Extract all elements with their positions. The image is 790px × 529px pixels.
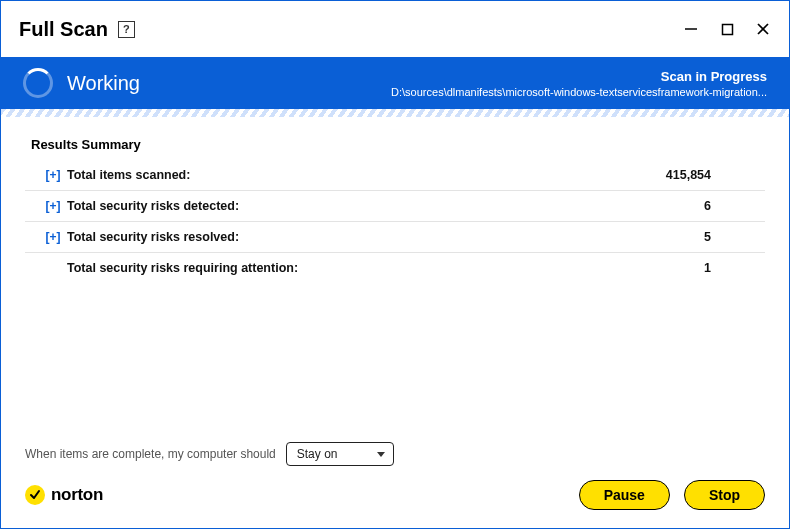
brand-text: norton bbox=[51, 485, 103, 505]
table-row: [+]Total items scanned:415,854 bbox=[25, 160, 765, 191]
footer-bar: norton Pause Stop bbox=[1, 476, 789, 528]
spinner-icon bbox=[23, 68, 53, 98]
table-row: Total security risks requiring attention… bbox=[25, 253, 765, 283]
window-controls bbox=[683, 21, 771, 37]
row-value: 415,854 bbox=[666, 168, 757, 182]
row-value: 1 bbox=[704, 261, 757, 275]
row-label: Total security risks requiring attention… bbox=[67, 261, 704, 275]
status-bar: Working Scan in Progress D:\sources\dlma… bbox=[1, 57, 789, 109]
row-value: 6 bbox=[704, 199, 757, 213]
row-value: 5 bbox=[704, 230, 757, 244]
maximize-button[interactable] bbox=[719, 21, 735, 37]
expand-toggle[interactable]: [+] bbox=[33, 168, 67, 182]
row-label: Total security risks detected: bbox=[67, 199, 704, 213]
brand-logo: norton bbox=[25, 485, 103, 505]
expand-toggle[interactable]: [+] bbox=[33, 230, 67, 244]
minimize-icon bbox=[684, 22, 698, 36]
summary-table: [+]Total items scanned:415,854[+]Total s… bbox=[25, 160, 765, 283]
summary-heading: Results Summary bbox=[25, 135, 765, 154]
action-buttons: Pause Stop bbox=[579, 480, 765, 510]
table-row: [+]Total security risks detected:6 bbox=[25, 191, 765, 222]
help-button[interactable]: ? bbox=[118, 21, 135, 38]
status-path: D:\sources\dlmanifests\microsoft-windows… bbox=[391, 86, 767, 98]
status-left: Working bbox=[23, 68, 140, 98]
close-button[interactable] bbox=[755, 21, 771, 37]
svg-rect-1 bbox=[722, 24, 732, 34]
maximize-icon bbox=[721, 23, 734, 36]
title-group: Full Scan ? bbox=[19, 18, 135, 41]
power-action-select[interactable]: Stay on bbox=[286, 442, 394, 466]
footer-option-row: When items are complete, my computer sho… bbox=[1, 436, 789, 476]
window-title: Full Scan bbox=[19, 18, 108, 41]
chevron-down-icon bbox=[377, 447, 385, 461]
close-icon bbox=[756, 22, 770, 36]
norton-badge-icon bbox=[25, 485, 45, 505]
status-heading: Scan in Progress bbox=[391, 69, 767, 84]
stop-button[interactable]: Stop bbox=[684, 480, 765, 510]
pause-button[interactable]: Pause bbox=[579, 480, 670, 510]
row-label: Total security risks resolved: bbox=[67, 230, 704, 244]
table-row: [+]Total security risks resolved:5 bbox=[25, 222, 765, 253]
footer-prompt: When items are complete, my computer sho… bbox=[25, 447, 276, 461]
progress-stripe bbox=[1, 109, 789, 117]
expand-toggle[interactable]: [+] bbox=[33, 199, 67, 213]
app-window: Full Scan ? Working Scan in Progress D:\… bbox=[0, 0, 790, 529]
row-label: Total items scanned: bbox=[67, 168, 666, 182]
select-value: Stay on bbox=[297, 447, 338, 461]
status-label: Working bbox=[67, 72, 140, 95]
minimize-button[interactable] bbox=[683, 21, 699, 37]
titlebar: Full Scan ? bbox=[1, 1, 789, 57]
content-area: Results Summary [+]Total items scanned:4… bbox=[1, 117, 789, 436]
status-right: Scan in Progress D:\sources\dlmanifests\… bbox=[391, 69, 767, 98]
